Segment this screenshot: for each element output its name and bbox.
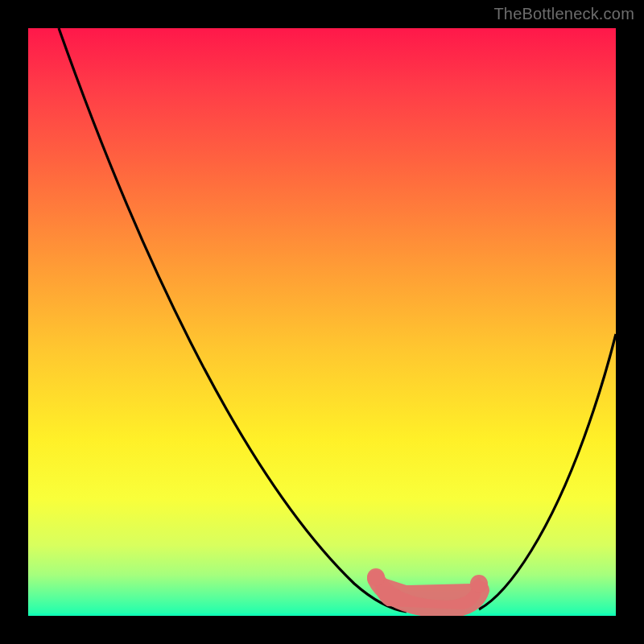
highlight-right-nub xyxy=(470,575,488,592)
chart-frame: TheBottleneck.com xyxy=(0,0,644,644)
highlight-left-nub xyxy=(367,568,385,586)
curve-overlay xyxy=(28,28,616,616)
watermark-text: TheBottleneck.com xyxy=(493,5,634,23)
curve-left xyxy=(59,28,407,612)
baseline-strip xyxy=(28,613,616,616)
gradient-plot-area xyxy=(28,28,616,616)
curve-right xyxy=(479,334,616,609)
